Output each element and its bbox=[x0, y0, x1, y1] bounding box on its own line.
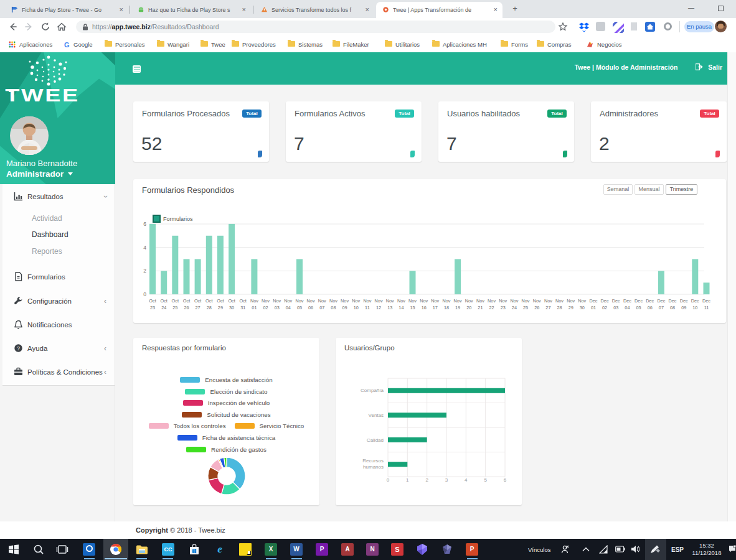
svg-text:01: 01 bbox=[591, 305, 596, 310]
svg-text:08: 08 bbox=[331, 305, 336, 310]
svg-text:01: 01 bbox=[252, 305, 257, 310]
svg-text:08: 08 bbox=[670, 305, 675, 310]
svg-text:19: 19 bbox=[455, 305, 460, 310]
svg-text:27: 27 bbox=[196, 305, 201, 310]
svg-text:05: 05 bbox=[297, 305, 302, 310]
svg-text:Nov: Nov bbox=[375, 298, 383, 304]
svg-text:27: 27 bbox=[545, 305, 550, 310]
svg-text:Dec: Dec bbox=[590, 298, 598, 304]
svg-text:04: 04 bbox=[286, 305, 291, 310]
svg-text:Nov: Nov bbox=[262, 298, 270, 304]
svg-text:Nov: Nov bbox=[544, 298, 552, 304]
svg-text:15: 15 bbox=[410, 305, 415, 310]
svg-text:11: 11 bbox=[365, 305, 370, 310]
svg-text:28: 28 bbox=[207, 305, 212, 310]
svg-text:23: 23 bbox=[150, 305, 155, 310]
svg-text:5: 5 bbox=[484, 477, 487, 483]
svg-text:Oct: Oct bbox=[228, 298, 235, 304]
svg-text:Nov: Nov bbox=[522, 298, 530, 304]
svg-text:3: 3 bbox=[445, 477, 448, 483]
svg-text:Dec: Dec bbox=[623, 298, 631, 304]
svg-text:21: 21 bbox=[478, 305, 483, 310]
svg-text:Nov: Nov bbox=[284, 298, 292, 304]
svg-text:Dec: Dec bbox=[612, 298, 620, 304]
svg-text:4: 4 bbox=[143, 245, 146, 251]
svg-text:06: 06 bbox=[648, 305, 653, 310]
svg-text:4: 4 bbox=[465, 477, 468, 483]
svg-text:30: 30 bbox=[229, 305, 234, 310]
svg-text:Dec: Dec bbox=[702, 298, 710, 304]
svg-text:09: 09 bbox=[342, 305, 347, 310]
svg-text:Nov: Nov bbox=[408, 298, 417, 304]
svg-text:2: 2 bbox=[143, 268, 146, 274]
svg-text:31: 31 bbox=[240, 305, 245, 310]
svg-text:Oct: Oct bbox=[217, 298, 224, 304]
svg-text:03: 03 bbox=[613, 305, 618, 310]
svg-text:05: 05 bbox=[636, 305, 641, 310]
svg-text:Oct: Oct bbox=[183, 298, 190, 304]
svg-text:Recursos: Recursos bbox=[362, 458, 384, 464]
svg-text:28: 28 bbox=[557, 305, 562, 310]
svg-text:Nov: Nov bbox=[499, 298, 507, 304]
svg-text:Nov: Nov bbox=[329, 298, 337, 304]
svg-text:16: 16 bbox=[422, 305, 427, 310]
svg-text:06: 06 bbox=[308, 305, 313, 310]
svg-text:Oct: Oct bbox=[205, 298, 212, 304]
svg-text:25: 25 bbox=[172, 305, 177, 310]
svg-text:humanos: humanos bbox=[363, 464, 384, 470]
svg-text:Compañía: Compañía bbox=[361, 388, 384, 393]
svg-text:Nov: Nov bbox=[476, 298, 484, 304]
svg-text:29: 29 bbox=[569, 305, 573, 310]
svg-text:Dec: Dec bbox=[691, 298, 699, 304]
svg-text:0: 0 bbox=[143, 291, 146, 297]
svg-text:17: 17 bbox=[433, 305, 438, 310]
svg-text:Dec: Dec bbox=[646, 298, 654, 304]
svg-text:Nov: Nov bbox=[273, 298, 281, 304]
svg-text:23: 23 bbox=[501, 305, 506, 310]
svg-text:Nov: Nov bbox=[296, 298, 304, 304]
svg-text:Nov: Nov bbox=[555, 298, 564, 304]
svg-text:6: 6 bbox=[143, 221, 146, 227]
svg-text:Dec: Dec bbox=[680, 298, 688, 304]
svg-text:18: 18 bbox=[444, 305, 449, 310]
svg-text:Nov: Nov bbox=[307, 298, 315, 304]
svg-text:10: 10 bbox=[692, 305, 697, 310]
svg-text:Oct: Oct bbox=[240, 298, 247, 304]
svg-text:Dec: Dec bbox=[669, 298, 677, 304]
svg-text:Nov: Nov bbox=[386, 298, 394, 304]
svg-text:Calidad: Calidad bbox=[367, 437, 384, 443]
svg-text:24: 24 bbox=[161, 305, 166, 310]
svg-text:26: 26 bbox=[184, 305, 189, 310]
svg-text:6: 6 bbox=[504, 477, 507, 483]
svg-text:Nov: Nov bbox=[510, 298, 518, 304]
svg-text:Nov: Nov bbox=[443, 298, 451, 304]
svg-text:11: 11 bbox=[704, 305, 709, 310]
svg-text:14: 14 bbox=[399, 305, 403, 310]
svg-text:0: 0 bbox=[387, 477, 390, 483]
svg-text:Nov: Nov bbox=[363, 298, 371, 304]
svg-text:Nov: Nov bbox=[397, 298, 405, 304]
svg-text:10: 10 bbox=[354, 305, 359, 310]
svg-text:Nov: Nov bbox=[454, 298, 462, 304]
svg-text:Nov: Nov bbox=[578, 298, 586, 304]
svg-text:29: 29 bbox=[218, 305, 223, 310]
svg-text:Dec: Dec bbox=[657, 298, 665, 304]
svg-text:Nov: Nov bbox=[352, 298, 360, 304]
svg-text:26: 26 bbox=[534, 305, 539, 310]
svg-text:Ventas: Ventas bbox=[369, 413, 384, 418]
svg-text:02: 02 bbox=[263, 305, 268, 310]
svg-text:Dec: Dec bbox=[601, 298, 609, 304]
svg-text:?: ? bbox=[17, 345, 20, 352]
svg-text:Oct: Oct bbox=[161, 298, 167, 304]
svg-text:Oct: Oct bbox=[149, 298, 156, 304]
svg-text:Nov: Nov bbox=[465, 298, 473, 304]
svg-text:12: 12 bbox=[376, 305, 381, 310]
svg-text:02: 02 bbox=[602, 305, 607, 310]
svg-text:Nov: Nov bbox=[431, 298, 439, 304]
svg-text:25: 25 bbox=[523, 305, 528, 310]
svg-text:04: 04 bbox=[625, 305, 630, 310]
svg-text:22: 22 bbox=[489, 305, 494, 310]
svg-text:07: 07 bbox=[319, 305, 324, 310]
svg-text:30: 30 bbox=[580, 305, 585, 310]
svg-text:Oct: Oct bbox=[194, 298, 201, 304]
